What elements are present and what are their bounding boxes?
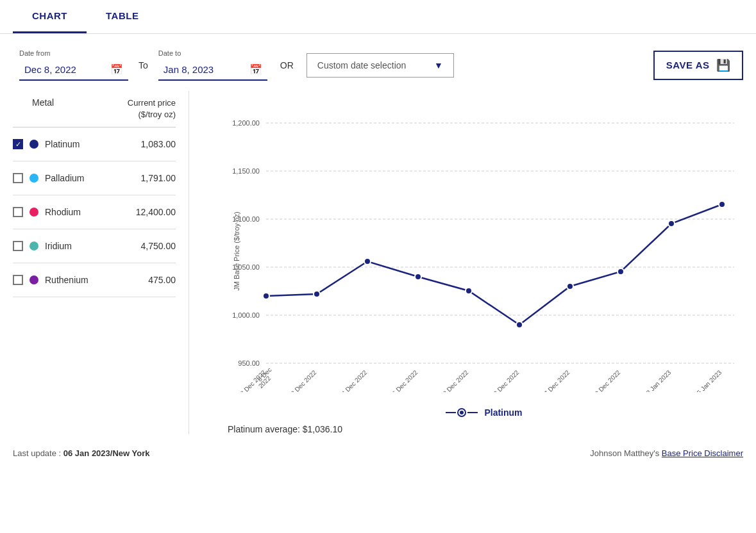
ruthenium-checkbox[interactable] — [13, 275, 23, 285]
legend-line2 — [467, 412, 478, 413]
average-value: $1,036.10 — [303, 424, 342, 434]
metal-row-palladium: Palladium 1,791.00 — [13, 161, 176, 195]
svg-text:22 Dec 2022: 22 Dec 2022 — [490, 368, 521, 392]
controls-bar: Date from Dec 8, 2022 📅 To Date to Jan 8… — [0, 34, 756, 91]
date-to-value: Jan 8, 2023 — [164, 64, 244, 75]
calendar-to-icon: 📅 — [249, 63, 262, 76]
custom-date-select[interactable]: Custom date selection ▼ — [307, 53, 454, 78]
ruthenium-price: 475.00 — [148, 275, 176, 285]
date-from-field[interactable]: Dec 8, 2022 📅 — [19, 60, 128, 81]
tabs-bar: CHART TABLE — [0, 0, 756, 34]
disclaimer: Johnson Matthey's Base Price Disclaimer — [590, 448, 743, 458]
chart-legend: Platinum — [221, 407, 747, 418]
main-content: Metal Current price ($/troy oz) ✓ Platin… — [0, 91, 756, 434]
svg-text:29 Dec 2022: 29 Dec 2022 — [591, 368, 622, 392]
svg-text:1,150.00: 1,150.00 — [232, 167, 260, 175]
metal-row-rhodium: Rhodium 12,400.00 — [13, 195, 176, 229]
date-from-value: Dec 8, 2022 — [24, 64, 105, 75]
svg-text:3 Jan 2023: 3 Jan 2023 — [645, 368, 673, 392]
svg-text:27 Dec 2022: 27 Dec 2022 — [541, 368, 571, 392]
svg-text:1,000.00: 1,000.00 — [232, 311, 260, 319]
header-price: Current price ($/troy oz) — [128, 97, 176, 120]
platinum-name: Platinum — [45, 139, 135, 149]
palladium-name: Palladium — [45, 173, 135, 183]
date-to-field[interactable]: Jan 8, 2023 📅 — [158, 60, 267, 81]
svg-point-15 — [415, 274, 421, 280]
palladium-checkbox[interactable] — [13, 173, 23, 183]
svg-point-13 — [314, 291, 320, 297]
svg-point-18 — [567, 283, 573, 290]
tab-table[interactable]: TABLE — [87, 0, 158, 33]
svg-point-21 — [719, 201, 725, 208]
footer: Last update : 06 Jan 2023/New York Johns… — [0, 439, 756, 461]
platinum-dot — [29, 140, 38, 149]
palladium-dot — [29, 174, 38, 183]
metals-panel: Metal Current price ($/troy oz) ✓ Platin… — [0, 91, 189, 434]
metal-row-platinum: ✓ Platinum 1,083.00 — [13, 127, 176, 161]
ruthenium-dot — [29, 275, 38, 284]
rhodium-checkbox[interactable] — [13, 207, 23, 217]
average-label: Platinum average: — [228, 424, 300, 434]
disclaimer-link[interactable]: Base Price Disclaimer — [662, 448, 743, 458]
chart-area: JM Base Price ($/troy oz) 1,200.00 1,150… — [189, 91, 756, 434]
or-separator: OR — [280, 60, 294, 70]
tab-chart[interactable]: CHART — [13, 0, 87, 33]
average-line: Platinum average: $1,036.10 — [208, 424, 747, 434]
chart-container: JM Base Price ($/troy oz) 1,200.00 1,150… — [208, 97, 747, 405]
platinum-checkbox[interactable]: ✓ — [13, 139, 23, 149]
iridium-dot — [29, 242, 38, 250]
svg-text:14 Dec 2022: 14 Dec 2022 — [338, 368, 369, 392]
svg-text:5 Jan 2023: 5 Jan 2023 — [696, 368, 723, 392]
last-update: Last update : 06 Jan 2023/New York — [13, 448, 149, 458]
header-metal: Metal — [32, 97, 54, 120]
metal-row-iridium: Iridium 4,750.00 — [13, 229, 176, 263]
iridium-name: Iridium — [45, 241, 135, 251]
rhodium-name: Rhodium — [45, 207, 130, 217]
date-to-wrapper: Date to Jan 8, 2023 📅 — [158, 49, 267, 81]
to-separator: To — [139, 60, 148, 70]
chart-svg: 1,200.00 1,150.00 1,100.00 1,050.00 1,00… — [221, 97, 747, 392]
iridium-price: 4,750.00 — [141, 241, 176, 251]
palladium-price: 1,791.00 — [141, 173, 176, 183]
legend-line — [446, 412, 456, 413]
platinum-price: 1,083.00 — [141, 139, 176, 149]
calendar-from-icon: 📅 — [110, 63, 123, 76]
date-from-wrapper: Date from Dec 8, 2022 📅 — [19, 49, 128, 81]
legend-line-container — [446, 409, 478, 416]
svg-text:950.00: 950.00 — [238, 359, 260, 367]
metal-row-ruthenium: Ruthenium 475.00 — [13, 263, 176, 297]
ruthenium-name: Ruthenium — [45, 275, 142, 285]
save-icon: 💾 — [716, 58, 731, 72]
svg-point-12 — [263, 293, 269, 299]
date-from-label: Date from — [19, 49, 50, 57]
custom-date-label: Custom date selection — [317, 60, 434, 70]
save-as-label: SAVE AS — [666, 60, 710, 70]
date-to-label: Date to — [158, 49, 181, 57]
chevron-down-icon: ▼ — [434, 60, 443, 70]
legend-label: Platinum — [484, 407, 522, 418]
last-update-label: Last update : — [13, 448, 61, 458]
svg-point-14 — [364, 258, 371, 265]
metals-header: Metal Current price ($/troy oz) — [13, 91, 176, 127]
svg-point-19 — [617, 268, 624, 275]
svg-text:12 Dec 2022: 12 Dec 2022 — [287, 368, 318, 392]
rhodium-price: 12,400.00 — [136, 207, 176, 217]
svg-text:16 Dec 2022: 16 Dec 2022 — [389, 368, 419, 392]
svg-point-20 — [668, 220, 675, 227]
last-update-value: 06 Jan 2023/New York — [63, 448, 150, 458]
svg-text:20 Dec 2022: 20 Dec 2022 — [439, 368, 470, 392]
save-as-button[interactable]: SAVE AS 💾 — [653, 51, 743, 80]
svg-point-17 — [516, 322, 523, 328]
legend-dot-icon — [458, 409, 465, 416]
rhodium-dot — [29, 208, 38, 217]
svg-text:1,200.00: 1,200.00 — [232, 119, 260, 127]
disclaimer-prefix: Johnson Matthey's — [590, 448, 659, 458]
y-axis-label: JM Base Price ($/troy oz) — [233, 211, 240, 290]
iridium-checkbox[interactable] — [13, 241, 23, 251]
svg-point-16 — [466, 288, 472, 294]
